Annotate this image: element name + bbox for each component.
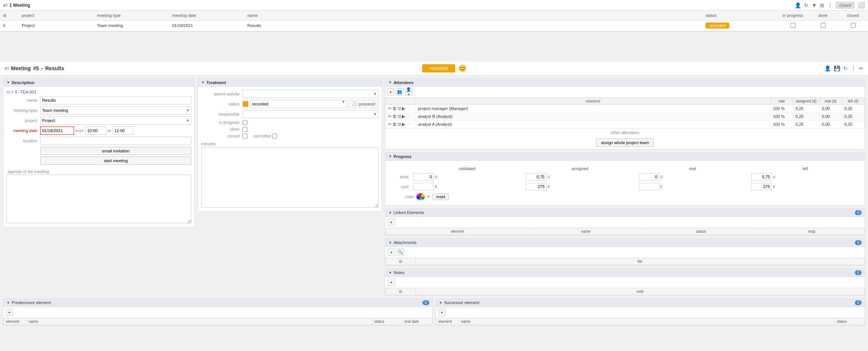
work-assigned-input[interactable] [526, 173, 547, 181]
description-toggle[interactable]: ▼ [6, 80, 10, 84]
linked-toggle[interactable]: ▼ [388, 211, 392, 215]
from-time-input[interactable] [85, 127, 106, 135]
more-icon[interactable]: ⋮ [827, 2, 833, 8]
work-validated-input[interactable] [413, 173, 434, 181]
cell-in-progress[interactable] [778, 20, 808, 31]
refresh-icon[interactable]: ↻ [804, 2, 809, 8]
successor-toggle[interactable]: ▼ [439, 301, 443, 305]
add-contact-btn[interactable]: 👤+ [405, 88, 412, 96]
add-group-btn[interactable]: 👥 [396, 88, 403, 96]
col-in-progress[interactable]: in progress [778, 11, 808, 20]
delete-row-2-icon[interactable]: 🗑 [392, 122, 397, 127]
attendees-toggle[interactable]: ▼ [388, 80, 392, 84]
col-name-pred[interactable]: name [26, 318, 372, 325]
add-attachment-btn[interactable]: + [388, 249, 395, 256]
columns-icon[interactable]: ⊞ [820, 2, 824, 8]
start-meeting-btn[interactable]: start meeting [40, 157, 191, 165]
col-real[interactable]: real (d) [820, 98, 842, 104]
predecessor-toggle[interactable]: ▼ [6, 301, 10, 305]
meeting-date-input[interactable] [40, 127, 74, 135]
cell-closed[interactable] [838, 20, 868, 31]
reset-color-btn[interactable]: reset [433, 193, 448, 200]
col-element-succ[interactable]: element [436, 318, 459, 325]
col-file-attach[interactable]: file [416, 258, 865, 265]
in-progress-checkbox[interactable] [791, 23, 795, 28]
edit-icon[interactable]: ✏ [859, 65, 863, 71]
cell-done[interactable] [808, 20, 838, 31]
col-rate[interactable]: rate [771, 98, 793, 104]
add-note-btn[interactable]: + [388, 279, 395, 286]
meeting-type-select[interactable]: Team meeting [40, 106, 191, 114]
table-row[interactable]: 5 Project Team meeting 01/18/2021 Result… [0, 20, 868, 31]
col-left[interactable]: left (d) [842, 98, 865, 104]
add-successor-btn[interactable]: + [438, 309, 446, 316]
col-resource[interactable]: resource [416, 98, 771, 104]
closed-field-checkbox[interactable] [242, 134, 247, 139]
edit-row-2-icon[interactable]: ✏ [388, 122, 392, 127]
star-icon[interactable]: ☆ [406, 106, 410, 111]
col-id[interactable]: id [0, 11, 19, 20]
col-note[interactable]: note [416, 288, 865, 295]
assign-whole-project-team-btn[interactable]: assign whole project team [596, 139, 654, 147]
to-time-input[interactable] [112, 127, 133, 135]
btn-recorded[interactable]: recorded [422, 64, 455, 72]
copy-row-1-icon[interactable]: ⧉ [398, 114, 401, 119]
email-invitation-btn[interactable]: email invitation [40, 147, 191, 155]
col-status[interactable]: status [703, 11, 778, 20]
col-status-linked[interactable]: status [642, 228, 760, 235]
copy-row-icon[interactable]: ⧉ [398, 106, 401, 111]
col-meeting-date[interactable]: meeting date [169, 11, 244, 20]
col-status-pred[interactable]: status [372, 318, 402, 325]
cost-left-input[interactable] [751, 183, 772, 190]
cost-validated-input[interactable] [413, 183, 434, 190]
progress-toggle[interactable]: ▼ [388, 154, 392, 158]
add-predecessor-btn[interactable]: + [6, 309, 13, 316]
notes-toggle[interactable]: ▼ [388, 271, 392, 275]
status-select[interactable]: recorded [250, 100, 347, 108]
copy-row-2-icon[interactable]: ⧉ [398, 122, 401, 127]
person-form-icon[interactable]: 👤 [824, 65, 831, 71]
col-assigned[interactable]: assigned (d) [793, 98, 820, 104]
closed-checkbox[interactable] [851, 23, 856, 28]
agenda-textarea[interactable] [6, 175, 191, 223]
expand-row-1-icon[interactable]: ▶ [402, 114, 405, 119]
refresh-form-icon[interactable]: ↻ [843, 65, 848, 71]
work-left-input[interactable] [751, 173, 772, 181]
col-resp-linked[interactable]: resp. [760, 228, 865, 235]
col-end-date-pred[interactable]: end date [402, 318, 432, 325]
col-element-linked[interactable]: element [386, 228, 530, 235]
save-icon[interactable]: 💾 [834, 65, 840, 71]
chevron-color-icon[interactable]: ▼ [427, 194, 430, 199]
done-checkbox[interactable] [821, 23, 826, 28]
in-progress-field-checkbox[interactable] [242, 120, 247, 125]
col-name-linked[interactable]: name [530, 228, 642, 235]
expand-row-2-icon[interactable]: ▶ [402, 122, 405, 127]
location-input[interactable] [40, 137, 191, 145]
col-project[interactable]: project [19, 11, 94, 20]
add-attendee-btn[interactable]: + [387, 88, 394, 96]
attachments-toggle[interactable]: ▼ [388, 241, 392, 245]
toggle-icon[interactable]: ⬜ [857, 2, 865, 9]
treatment-toggle[interactable]: ▼ [201, 80, 205, 84]
person-icon[interactable]: 👤 [795, 2, 801, 8]
cancelled-checkbox[interactable] [272, 134, 277, 139]
minutes-textarea[interactable] [201, 148, 379, 208]
star-1-icon[interactable]: ☆ [406, 114, 410, 119]
star-2-icon[interactable]: ☆ [406, 122, 410, 127]
col-name[interactable]: name [244, 11, 703, 20]
col-done[interactable]: done [808, 11, 838, 20]
cost-assigned-input[interactable] [526, 183, 547, 190]
delete-row-icon[interactable]: 🗑 [392, 106, 397, 111]
col-id-attach[interactable]: id [386, 258, 416, 265]
parent-activity-select[interactable] [242, 90, 379, 98]
color-swatch[interactable] [416, 193, 425, 200]
col-name-succ[interactable]: name [459, 318, 835, 325]
done-field-checkbox[interactable] [242, 127, 247, 132]
add-linked-btn[interactable]: + [388, 218, 395, 226]
col-closed[interactable]: closed [838, 11, 868, 20]
work-real-input[interactable] [639, 173, 659, 181]
filter-icon[interactable]: ▼ [812, 2, 817, 8]
col-id-note[interactable]: id [386, 288, 416, 295]
name-input[interactable] [40, 96, 191, 104]
col-status-succ[interactable]: status [835, 318, 865, 325]
